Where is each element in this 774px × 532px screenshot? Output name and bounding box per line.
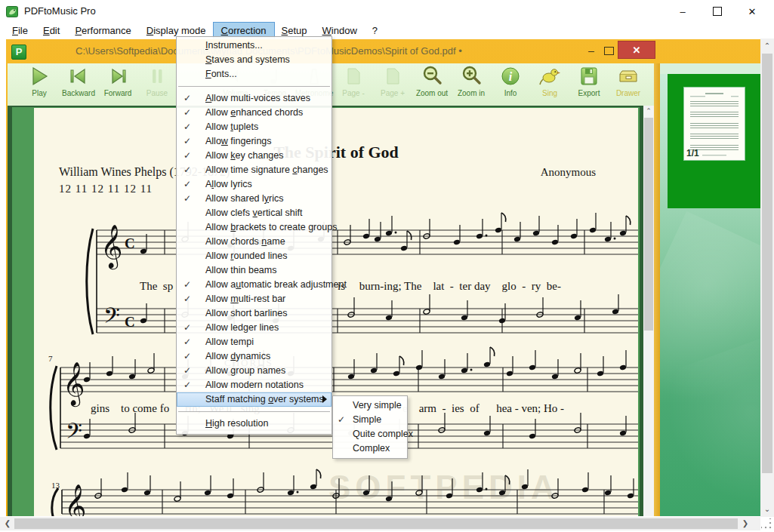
toolbar-label: Drawer [616, 89, 640, 97]
document-restore-button[interactable] [604, 47, 614, 55]
menu-item-allow-fingerings[interactable]: ✓Allow fingerings [177, 134, 331, 149]
close-icon: ✕ [633, 45, 641, 56]
menu-item-allow-clefs-vertical-shift[interactable]: Allow clefs vertical shift [177, 206, 331, 220]
checkmark-icon: ✓ [183, 91, 196, 106]
menubar-item-edit[interactable]: Edit [35, 23, 67, 38]
forward-button[interactable]: Forward [98, 63, 137, 104]
scroll-down-arrow-icon[interactable]: ⌄ [760, 503, 774, 515]
menu-item-allow-automatic-break-adjustment[interactable]: ✓Allow automatic break adjustment [177, 278, 331, 292]
menu-item-label: Allow dynamics [205, 351, 270, 361]
info-button[interactable]: iInfo [491, 63, 530, 104]
menu-item-allow-chords-name[interactable]: Allow chords name [177, 235, 331, 249]
menu-item-allow-dynamics[interactable]: ✓Allow dynamics [177, 349, 331, 364]
menu-item-allow-group-names[interactable]: ✓Allow group names [177, 364, 331, 378]
document-icon: P [11, 45, 26, 60]
menu-item-allow-tempi[interactable]: ✓Allow tempi [177, 335, 331, 349]
submenu-item-simple[interactable]: ✓Simple [333, 413, 407, 427]
menu-item-label: Allow modern notations [205, 380, 304, 390]
workspace-vertical-scrollbar[interactable]: ⌃ ⌄ [760, 38, 774, 517]
menu-item-allow-rounded-lines[interactable]: Allow rounded lines [177, 249, 331, 263]
submenu-item-label: Simple [353, 414, 381, 425]
menubar-item-[interactable]: ? [365, 23, 385, 38]
pause-icon [146, 65, 168, 88]
workspace-hscroll-thumb[interactable] [14, 518, 738, 529]
menu-item-allow-lyrics[interactable]: ✓Allow lyrics [177, 177, 331, 192]
score-vscroll-thumb[interactable] [644, 118, 653, 331]
checkmark-icon: ✓ [183, 292, 196, 306]
page-button: Page - [334, 63, 373, 104]
workspace-vscroll-thumb[interactable] [762, 54, 772, 473]
toolbar-label: Page + [381, 89, 405, 97]
checkmark-icon: ✓ [183, 364, 196, 378]
drawer-page-slot: 1/1 [668, 74, 761, 208]
menu-item-allow-thin-beams[interactable]: Allow thin beams [177, 263, 331, 278]
sing-button[interactable]: Sing [530, 63, 569, 104]
minimize-icon: – [680, 6, 685, 17]
menu-item-allow-modern-notations[interactable]: ✓Allow modern notations [177, 378, 331, 392]
measure-number-7: 7 [48, 354, 53, 363]
menu-item-allow-short-barlines[interactable]: Allow short barlines [177, 306, 331, 321]
submenu-item-label: Very simple [353, 400, 402, 411]
menu-item-high-resolution[interactable]: High resolution [177, 417, 331, 431]
submenu-item-very-simple[interactable]: Very simple [333, 398, 407, 413]
menu-item-allow-multi-rest-bar[interactable]: ✓Allow multi-rest bar [177, 292, 331, 306]
checkmark-icon: ✓ [183, 163, 196, 177]
backward-icon [67, 65, 90, 88]
app-maximize-button[interactable] [700, 0, 735, 23]
app-logo-icon [6, 5, 19, 18]
lyrics-line2-right: e arm - ies of hea - ven; Ho - [402, 402, 564, 415]
menu-item-allow-ledger-lines[interactable]: ✓Allow ledger lines [177, 321, 331, 335]
menubar-item-performance[interactable]: Performance [67, 23, 138, 38]
submenu-item-quite-complex[interactable]: Quite complex [333, 427, 407, 441]
menubar-item-file[interactable]: File [5, 23, 35, 38]
zoom-out-icon [421, 65, 443, 88]
menu-item-allow-shared-lyrics[interactable]: ✓Allow shared lyrics [177, 192, 331, 206]
document-titlebar[interactable]: P C:\Users\Softpedia\Documents\Myriad Do… [6, 39, 761, 63]
svg-text:𝄢: 𝄢 [66, 418, 82, 448]
submenu-item-complex[interactable]: Complex [333, 441, 407, 456]
lyrics-line2-left: gins to come fo [91, 402, 169, 415]
export-button[interactable]: Export [569, 63, 609, 104]
menu-item-allow-brackets-to-create-groups[interactable]: Allow brackets to create groups [177, 220, 331, 235]
menu-separator [178, 86, 330, 87]
app-titlebar[interactable]: PDFtoMusic Pro – ✕ [0, 0, 774, 23]
export-icon [578, 65, 600, 88]
menu-item-allow-key-changes[interactable]: ✓Allow key changes [177, 149, 331, 163]
scroll-right-arrow-icon[interactable]: ❯ [739, 517, 751, 530]
page-thumbnail[interactable]: 1/1 [684, 88, 745, 160]
app-minimize-button[interactable]: – [665, 0, 700, 23]
scroll-up-arrow-icon[interactable]: ⌃ [760, 40, 774, 52]
menu-item-instruments[interactable]: Instruments... [177, 38, 331, 53]
zoom-in-icon [460, 65, 483, 88]
menu-item-allow-time-signature-changes[interactable]: ✓Allow time signature changes [177, 163, 331, 177]
menu-item-fonts[interactable]: Fonts... [177, 67, 331, 81]
menu-item-label: Allow shared lyrics [205, 193, 284, 204]
zoom-out-button[interactable]: Zoom out [412, 63, 452, 104]
score-vertical-scrollbar[interactable]: ⌃ [643, 106, 654, 516]
zoom-in-button[interactable]: Zoom in [452, 63, 491, 104]
menu-item-label: Allow clefs vertical shift [205, 208, 303, 218]
menu-item-label: Allow rounded lines [205, 251, 287, 261]
scroll-up-arrow-icon[interactable]: ⌃ [643, 106, 654, 117]
menu-item-allow-enhanced-chords[interactable]: ✓Allow enhanced chords [177, 106, 331, 120]
backward-button[interactable]: Backward [59, 63, 98, 104]
checkmark-icon: ✓ [183, 278, 196, 292]
app-close-button[interactable]: ✕ [735, 0, 769, 23]
document-minimize-button[interactable]: – [581, 44, 601, 59]
menu-item-allow-tuplets[interactable]: ✓Allow tuplets [177, 120, 331, 134]
toolbar-label: Zoom out [416, 89, 448, 97]
scroll-left-arrow-icon[interactable]: ❮ [2, 517, 14, 530]
workspace-horizontal-scrollbar[interactable]: ❮ ❯ [0, 517, 760, 530]
menu-item-allow-multi-voices-staves[interactable]: ✓Allow multi-voices staves [177, 91, 331, 106]
menu-item-staves-and-systems[interactable]: Staves and systems [177, 53, 331, 67]
svg-text:𝄞: 𝄞 [100, 224, 123, 270]
drawer-button[interactable]: Drawer [609, 63, 648, 104]
drawer-panel: 1/1 [660, 63, 761, 516]
resize-grip[interactable] [761, 518, 772, 530]
menu-item-staff-matching-over-systems[interactable]: Staff matching over systems [177, 392, 331, 407]
document-close-button[interactable]: ✕ [618, 41, 655, 59]
toolbar-label: Sing [542, 89, 557, 97]
play-button[interactable]: Play [20, 63, 59, 104]
menu-item-label: Allow fingerings [205, 136, 272, 146]
drawer-top-strip [660, 63, 761, 74]
